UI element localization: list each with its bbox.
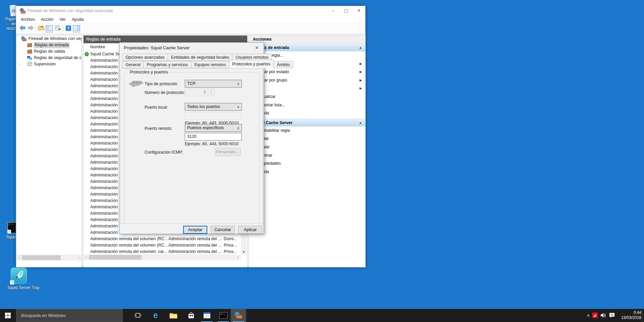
inbound-rules-icon [27,43,32,48]
task-view-button[interactable] [130,309,146,322]
dialog-tab[interactable]: Opciones avanzadas [122,54,168,61]
action-pane-icon[interactable] [73,25,80,33]
collapse-icon[interactable]: ▲ [359,119,362,127]
close-button[interactable]: ✕ [353,6,365,15]
actions-panel-title: Acciones [249,36,365,43]
scroll-right-icon[interactable]: › [235,254,241,260]
volume-icon[interactable] [600,309,608,322]
dialog-tabs-row2: GeneralProgramas y serviciosEquipos remo… [122,61,293,68]
back-icon[interactable] [19,25,26,33]
tray-expand-icon[interactable]: ∧ [585,309,592,322]
console-tree-icon[interactable] [46,25,53,33]
rule-row[interactable]: Administración remota del volumen (RC...… [84,236,241,242]
action-item[interactable]: Eliminar [249,151,365,160]
action-center-icon[interactable] [609,309,616,322]
remote-port-dropdown[interactable]: Puertos específicos ∨ [185,124,242,132]
firewall-app-button[interactable] [231,309,246,322]
scroll-right-icon[interactable]: › [76,255,82,261]
scrollbar-thumb[interactable] [22,255,61,260]
remote-port-example: Ejemplo: 80, 443, 5000-5010 [185,142,239,146]
action-item[interactable]: Copiar [249,143,365,151]
action-item[interactable]: Ayuda [249,109,365,117]
list-horizontal-scrollbar[interactable]: ‹ › [84,254,241,260]
show-desktop-button[interactable] [642,309,644,322]
tree-root-firewall[interactable]: Firewall de Windows con segur [16,36,82,42]
scrollbar-thumb[interactable] [89,255,142,260]
export-list-icon[interactable] [54,25,62,33]
file-explorer-button[interactable] [166,309,181,322]
store-button[interactable] [183,309,199,322]
dialog-tab[interactable]: Ámbito [273,61,293,68]
squid-server-tray-label: Squid Server Tray [5,285,42,290]
taskbar-clock[interactable]: 0:44 13/03/2018 [619,310,641,320]
shortcut-arrow-icon: ↗ [7,230,11,233]
actions-section-header-entrada[interactable]: Reglas de entrada ▲ [249,44,365,51]
scroll-down-icon[interactable]: ▼ [241,249,247,255]
connection-security-icon [27,55,32,60]
action-item[interactable]: Actualizar [249,93,365,101]
menu-item[interactable]: Ayuda [69,15,87,24]
cmd-icon: C:\_ [219,312,227,319]
actions-panel: Acciones Reglas de entrada ▲ Nueva regla… [249,35,366,267]
help-icon[interactable]: ? [65,25,72,33]
icmp-settings-label: Configuración ICMP: [145,150,183,155]
svg-text:♻: ♻ [11,8,15,14]
cmd-button[interactable]: C:\_ [216,309,231,322]
office-app-button[interactable] [199,309,215,322]
menu-item[interactable]: Archivo [18,15,38,24]
collapse-icon[interactable]: ▲ [359,44,362,52]
chevron-down-icon: ∨ [237,124,239,131]
cancel-button[interactable]: Cancelar [211,226,235,234]
dialog-tab[interactable]: Programas y servicios [143,61,191,68]
dialog-tab[interactable]: Equipos remotos [191,61,229,68]
action-item[interactable]: Deshabilitar regla [249,126,365,135]
tree-item-reglas-entrada[interactable]: Reglas de entrada [16,42,82,48]
tree-horizontal-scrollbar[interactable]: ‹ › [16,255,82,261]
tree-item-reglas-salida[interactable]: Reglas de salida [16,48,82,55]
actions-section-header-squid[interactable]: Squid Cache Server ▲ [249,119,365,126]
tree-item-reglas-seguridad[interactable]: Reglas de seguridad de conexión [16,55,82,61]
dialog-close-icon[interactable]: ✕ [253,45,261,51]
apply-button[interactable]: Aplicar [238,226,262,234]
action-item[interactable]: Ver ▶ [249,84,365,93]
task-view-icon [134,312,142,318]
dialog-tab[interactable]: Entidades de seguridad locales [168,54,233,61]
minimize-button[interactable]: – [327,6,340,15]
protocol-type-dropdown[interactable]: TCP ∨ [185,80,242,88]
taskbar-search-input[interactable]: Búsqueda en Windows [16,309,123,322]
tree-item-supervision[interactable]: › Supervisión [16,61,82,67]
svg-text:?: ? [67,26,70,31]
window-titlebar[interactable]: Firewall de Windows con seguridad avanza… [16,6,365,15]
action-item[interactable]: Filtrar por grupo ▶ [249,76,365,85]
action-item[interactable]: Ayuda [249,168,365,176]
start-button[interactable] [0,309,16,322]
action-item[interactable]: Cortar [249,135,365,143]
stepper-arrows-icon[interactable]: ▲▼ [208,89,214,96]
forward-icon[interactable] [27,25,35,33]
rule-row[interactable]: Administración remota del volumen (RC...… [84,242,241,249]
window-title: Firewall de Windows con seguridad avanza… [28,8,113,13]
scroll-left-icon[interactable]: ‹ [84,254,89,260]
maximize-button[interactable]: ▢ [340,6,353,15]
action-item[interactable]: Propiedades [249,159,365,168]
menu-item[interactable]: Ver [56,15,69,24]
dialog-tab[interactable]: General [122,61,144,68]
remote-port-input[interactable]: 3120 [185,133,242,141]
tray-app-icon[interactable] [592,309,599,322]
shortcut-arrow-icon: ↗ [10,280,14,284]
protocol-number-stepper[interactable]: 6 ▲▼ [185,89,214,96]
edge-button[interactable]: e [148,309,163,322]
action-item[interactable]: Filtrar por estado ▶ [249,68,365,76]
edge-icon: e [153,310,158,320]
menu-item[interactable]: Acción [38,15,57,24]
expand-chevron-icon[interactable]: › [18,61,19,67]
local-port-dropdown[interactable]: Todos los puertos ∨ [185,103,242,111]
dialog-tab[interactable]: Protocolos y puertos [229,60,274,68]
scroll-left-icon[interactable]: ‹ [16,255,22,261]
local-port-label: Puerto local: [145,105,168,110]
folder-icon[interactable] [38,25,45,33]
submenu-arrow-icon: ▶ [360,84,362,93]
ok-button[interactable]: Aceptar [183,226,207,234]
action-item[interactable]: Exportar lista... [249,101,365,109]
squid-server-tray-shortcut[interactable]: ↗ Squid Server Tray [5,268,42,290]
